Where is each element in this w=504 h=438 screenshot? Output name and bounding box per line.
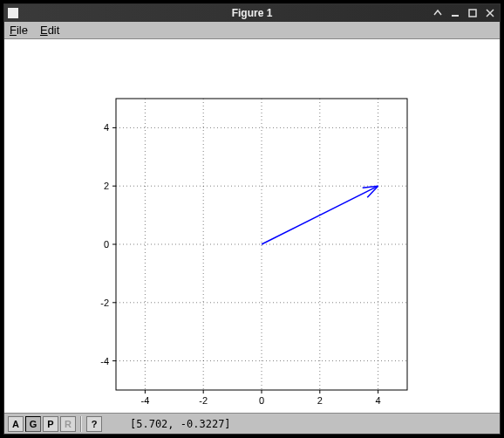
svg-rect-2 xyxy=(4,39,500,413)
svg-text:0: 0 xyxy=(104,239,109,250)
window-title: Figure 1 xyxy=(4,7,500,19)
titlebar[interactable]: Figure 1 xyxy=(4,4,500,22)
tool-pan-button[interactable]: P xyxy=(43,416,58,432)
svg-text:4: 4 xyxy=(104,122,109,133)
tool-autoscale-button[interactable]: A xyxy=(8,416,24,432)
app-icon xyxy=(8,8,18,18)
svg-text:2: 2 xyxy=(104,181,109,191)
svg-rect-1 xyxy=(469,10,476,17)
svg-text:0: 0 xyxy=(259,395,264,406)
cursor-coordinates: [5.702, -0.3227] xyxy=(130,418,231,430)
figure-window: Figure 1 File Edit -4-2024-4-2024 A G P … xyxy=(3,3,501,435)
menu-file[interactable]: File xyxy=(10,24,28,37)
tool-help-button[interactable]: ? xyxy=(86,416,102,432)
tool-grid-button[interactable]: G xyxy=(25,416,41,432)
maximize-icon[interactable] xyxy=(467,7,479,19)
window-controls xyxy=(432,7,496,19)
rollup-icon[interactable] xyxy=(432,7,444,19)
toolbar-separator xyxy=(80,416,82,432)
svg-text:2: 2 xyxy=(317,395,323,406)
tool-rotate-button: R xyxy=(60,416,76,432)
svg-text:4: 4 xyxy=(376,395,381,406)
plot-canvas[interactable]: -4-2024-4-2024 xyxy=(4,39,500,413)
statusbar: A G P R ? [5.702, -0.3227] xyxy=(4,413,500,434)
minimize-icon[interactable] xyxy=(449,7,461,19)
svg-text:-4: -4 xyxy=(100,356,109,366)
svg-text:-2: -2 xyxy=(199,395,208,406)
menu-edit[interactable]: Edit xyxy=(40,24,59,37)
svg-rect-0 xyxy=(452,15,459,17)
axes: -4-2024-4-2024 xyxy=(4,39,500,413)
close-icon[interactable] xyxy=(484,7,496,19)
svg-text:-2: -2 xyxy=(100,298,109,308)
menubar: File Edit xyxy=(4,22,500,39)
svg-text:-4: -4 xyxy=(141,395,150,406)
